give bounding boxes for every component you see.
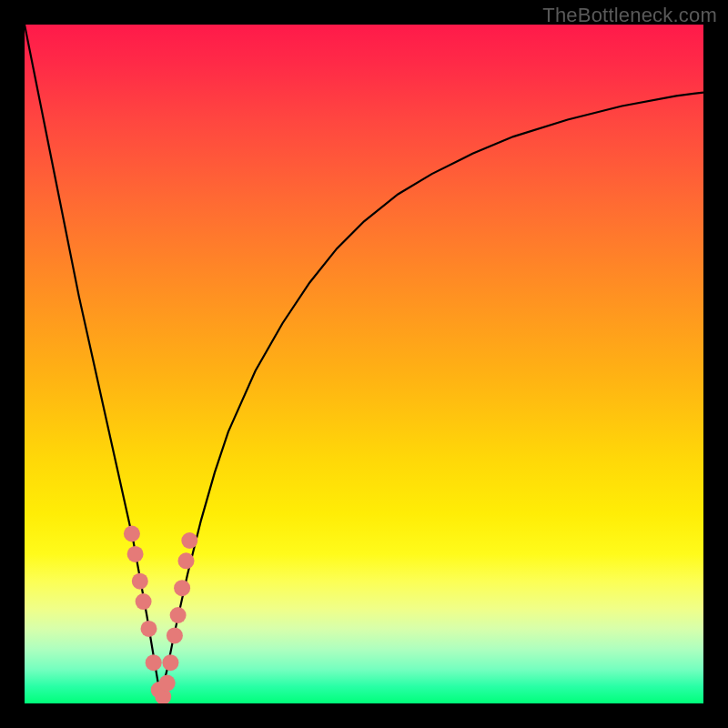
- data-dot: [132, 573, 148, 590]
- data-dot: [178, 552, 195, 569]
- data-dot: [181, 532, 197, 549]
- bottleneck-curve: [25, 25, 703, 697]
- highlighted-points: [124, 526, 197, 704]
- data-dot: [170, 607, 187, 623]
- data-dot: [124, 526, 140, 542]
- watermark-text: TheBottleneck.com: [542, 4, 717, 27]
- data-dot: [141, 621, 157, 637]
- chart-frame: TheBottleneck.com: [0, 0, 728, 728]
- data-dot: [136, 593, 152, 610]
- plot-area: [25, 25, 703, 703]
- data-dot: [127, 546, 144, 562]
- plot-svg: [25, 25, 703, 703]
- data-dot: [159, 675, 176, 692]
- data-dot: [146, 654, 162, 671]
- data-dot: [167, 627, 183, 643]
- data-dot: [162, 654, 178, 671]
- data-dot: [174, 580, 190, 596]
